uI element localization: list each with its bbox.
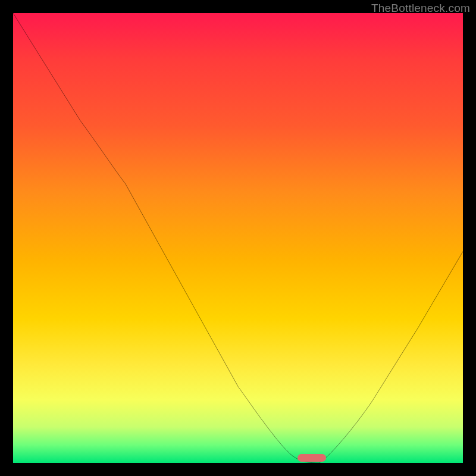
watermark-text: TheBottleneck.com — [371, 2, 470, 15]
bottleneck-marker — [298, 454, 326, 462]
plot-area — [13, 13, 463, 463]
bottleneck-curve — [13, 13, 463, 463]
chart-frame: TheBottleneck.com — [0, 0, 476, 476]
